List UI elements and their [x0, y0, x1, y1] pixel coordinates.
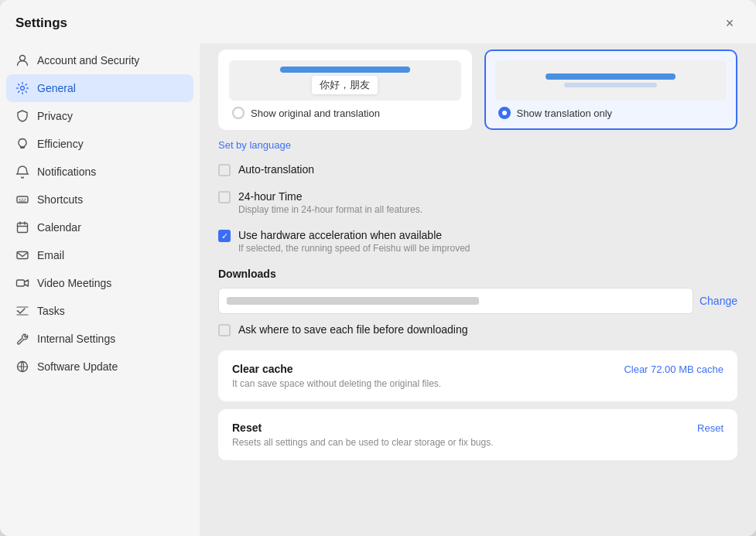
sidebar-item-software-update[interactable]: Software Update [6, 353, 193, 381]
time-format-row: 24-hour Time Display time in 24-hour for… [218, 190, 737, 215]
reset-title: Reset [232, 422, 494, 434]
sidebar-label-software-update: Software Update [37, 360, 118, 373]
sidebar: Account and Security General Privacy Eff… [0, 43, 200, 536]
time-format-desc: Display time in 24-hour format in all fe… [238, 204, 737, 215]
shield-icon [15, 109, 29, 123]
title-bar: Settings × [0, 0, 756, 43]
translation-card-translation-only[interactable]: Show translation only [484, 50, 738, 130]
radio-label-original: Show original and translation [251, 108, 380, 119]
sidebar-item-shortcuts[interactable]: Shortcuts [6, 186, 193, 213]
sidebar-label-efficiency: Efficiency [37, 138, 84, 150]
set-by-language-link[interactable]: Set by language [218, 139, 737, 151]
calendar-icon [15, 220, 29, 234]
sidebar-item-video-meetings[interactable]: Video Meetings [6, 269, 193, 297]
wrench-icon [15, 332, 29, 346]
video-icon [15, 276, 29, 290]
svg-rect-5 [17, 280, 25, 286]
sidebar-label-tasks: Tasks [37, 305, 65, 317]
auto-translation-checkbox[interactable] [218, 164, 231, 176]
time-format-label: 24-hour Time [238, 190, 737, 203]
hardware-acceleration-checkbox[interactable] [218, 230, 231, 242]
card-preview-translation-only [495, 60, 727, 101]
reset-title-row: Reset Resets all settings and can be use… [232, 422, 724, 448]
download-path-row: Change [218, 288, 737, 314]
translation-card-original[interactable]: 你好，朋友 Show original and translation [218, 50, 472, 130]
close-button[interactable]: × [719, 12, 741, 34]
auto-translation-text: Auto-translation [238, 163, 737, 176]
globe-icon [15, 360, 29, 374]
dialog-title: Settings [15, 15, 67, 31]
sidebar-label-account: Account and Security [37, 54, 139, 67]
sidebar-item-privacy[interactable]: Privacy [6, 102, 193, 130]
svg-rect-3 [18, 224, 28, 233]
tasks-icon [15, 304, 29, 318]
radio-row-original: Show original and translation [229, 107, 461, 119]
save-before-download-checkbox[interactable] [218, 324, 231, 336]
sidebar-item-email[interactable]: Email [6, 241, 193, 269]
main-panel: 你好，朋友 Show original and translation [200, 43, 756, 536]
radio-translation-only[interactable] [498, 107, 511, 119]
translation-options: 你好，朋友 Show original and translation [218, 43, 737, 130]
save-before-download-text: Ask where to save each file before downl… [238, 323, 737, 336]
time-format-text: 24-hour Time Display time in 24-hour for… [238, 190, 737, 215]
sidebar-label-general: General [37, 82, 76, 94]
radio-row-translation-only: Show translation only [495, 107, 727, 119]
download-path-box [218, 288, 693, 314]
sidebar-label-calendar: Calendar [37, 221, 81, 234]
hardware-acceleration-row: Use hardware acceleration when available… [218, 229, 737, 254]
clear-cache-title-row: Clear cache It can save space without de… [232, 363, 724, 389]
sidebar-item-efficiency[interactable]: Efficiency [6, 130, 193, 158]
gear-icon [15, 81, 29, 95]
svg-point-1 [21, 87, 25, 90]
downloads-label: Downloads [218, 268, 737, 280]
clear-cache-desc: It can save space without deleting the o… [232, 378, 441, 389]
hardware-acceleration-label: Use hardware acceleration when available [238, 229, 737, 241]
path-fill [227, 297, 479, 305]
content-area: Account and Security General Privacy Eff… [0, 43, 756, 536]
time-format-checkbox[interactable] [218, 191, 231, 203]
sidebar-label-shortcuts: Shortcuts [37, 193, 83, 206]
reset-desc: Resets all settings and can be used to c… [232, 437, 494, 448]
sidebar-item-notifications[interactable]: Notifications [6, 158, 193, 186]
radio-label-translation-only: Show translation only [517, 108, 613, 119]
save-before-download-row: Ask where to save each file before downl… [218, 323, 737, 336]
hardware-acceleration-desc: If selected, the running speed of Feishu… [238, 243, 737, 254]
auto-translation-label: Auto-translation [238, 163, 737, 176]
auto-translation-row: Auto-translation [218, 163, 737, 176]
sidebar-item-general[interactable]: General [6, 74, 193, 102]
save-before-download-label: Ask where to save each file before downl… [238, 323, 737, 336]
radio-original[interactable] [232, 107, 245, 119]
person-icon [15, 53, 29, 67]
sidebar-label-notifications: Notifications [37, 166, 96, 178]
reset-button[interactable]: Reset [697, 422, 724, 434]
bell-icon [15, 165, 29, 179]
sidebar-item-internal-settings[interactable]: Internal Settings [6, 325, 193, 353]
reset-card: Reset Resets all settings and can be use… [218, 409, 737, 460]
sidebar-item-calendar[interactable]: Calendar [6, 213, 193, 241]
email-icon [15, 248, 29, 262]
hardware-acceleration-text: Use hardware acceleration when available… [238, 229, 737, 254]
clear-cache-button[interactable]: Clear 72.00 MB cache [624, 364, 724, 375]
downloads-section: Downloads Change Ask where to save each … [218, 268, 737, 336]
svg-point-0 [20, 56, 26, 61]
sidebar-label-privacy: Privacy [37, 110, 73, 122]
clear-cache-card: Clear cache It can save space without de… [218, 350, 737, 401]
sidebar-label-video-meetings: Video Meetings [37, 277, 111, 289]
settings-dialog: Settings × Account and Security General [0, 0, 756, 536]
keyboard-icon [15, 193, 29, 207]
sidebar-item-tasks[interactable]: Tasks [6, 297, 193, 325]
card-preview-original: 你好，朋友 [229, 60, 461, 101]
change-download-path-button[interactable]: Change [700, 295, 737, 307]
sidebar-label-internal-settings: Internal Settings [37, 333, 115, 345]
chinese-text: 你好，朋友 [312, 76, 378, 94]
bulb-icon [15, 137, 29, 151]
clear-cache-title: Clear cache [232, 363, 441, 375]
sidebar-item-account[interactable]: Account and Security [6, 46, 193, 74]
sidebar-label-email: Email [37, 249, 64, 261]
